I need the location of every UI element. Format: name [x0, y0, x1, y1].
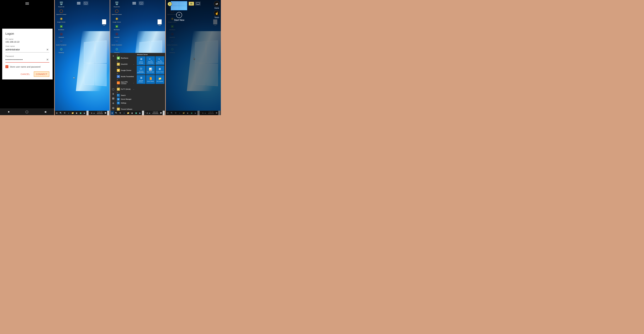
username-input[interactable]	[6, 48, 46, 52]
desktop-icon[interactable]: 🗑️Recycle Bin	[111, 0, 122, 8]
desktop-icon[interactable]: ◎DriveHUD	[111, 31, 122, 38]
notifications-icon[interactable]: 💬	[216, 112, 218, 114]
start-tile[interactable]: 🖥Server Manager	[137, 56, 146, 65]
tray-up-icon[interactable]: ˄	[145, 112, 146, 114]
app2-taskbar-icon[interactable]: ▶	[82, 111, 86, 115]
app2-taskbar-icon[interactable]: ▶	[138, 111, 142, 115]
desktop-icon[interactable]: 🗑️Recycle Bin	[56, 0, 67, 8]
desktop-icon[interactable]: ◍Gameloop	[111, 46, 122, 54]
desktop-icon[interactable]: ▣BlueStacks	[167, 24, 178, 31]
store-credentials-checkbox[interactable]: ✓	[6, 65, 8, 68]
desktop-icon[interactable]: ◎DriveHUD	[56, 31, 67, 38]
sound-icon[interactable]: 🔈	[149, 112, 151, 114]
app-list-letter[interactable]: P	[116, 85, 136, 87]
start-tile[interactable]: 🗂Windows Administrativ…	[137, 66, 146, 74]
keyboard-icon[interactable]	[196, 2, 200, 5]
app-list-letter[interactable]: B	[116, 54, 136, 56]
desktop-icon[interactable]: ◍Gameloop	[56, 46, 67, 54]
touch-button[interactable]: ☝ Touch	[214, 10, 220, 18]
remote-desktop[interactable]: 🗑️Recycle Bin◯OpenVPN Connect◉Google Chr…	[110, 0, 165, 115]
taskbar-clock[interactable]: 5:40 AM 9/22/2020	[96, 112, 104, 114]
start-button[interactable]: ⊞	[166, 111, 170, 115]
scroll-up-icon[interactable]: ▴	[107, 111, 109, 113]
app-list-item[interactable]: ▤Tencent Software	[116, 107, 136, 111]
sound-icon[interactable]: 🔈	[204, 112, 206, 114]
network-icon[interactable]: 🖧	[91, 112, 92, 114]
start-tile[interactable]: 🖥Remote Desktop…	[137, 75, 146, 84]
taskbar-clock[interactable]: 5:40 AM 9/22/2020	[152, 112, 159, 114]
search-button[interactable]: 🔍	[59, 111, 63, 115]
start-tile[interactable]: >_Windows PowerShell ISE	[156, 56, 164, 65]
rail-power-icon[interactable]: ⏻	[112, 107, 114, 109]
desktop-icon[interactable]: ▣BlueStacks	[56, 24, 67, 31]
taskbar-scroll-right[interactable]: ▴▾	[163, 111, 165, 115]
desktop-icon[interactable]: ◉Google Chrome	[111, 16, 122, 23]
rail-user-icon[interactable]: ◯	[112, 88, 114, 90]
app-list-item[interactable]: ◯OpenVPN Connect⌄	[116, 81, 136, 85]
app-list-letter[interactable]: S	[116, 91, 136, 94]
task-view-button[interactable]: ⧉	[63, 111, 67, 115]
chrome-taskbar-icon[interactable]: ◉	[74, 111, 78, 115]
taskbar-scroll-right[interactable]: ▴▾	[218, 111, 220, 115]
search-button[interactable]: 🔍	[170, 111, 174, 115]
app-list-letter[interactable]: G	[116, 66, 136, 68]
app-list-letter[interactable]: M	[116, 72, 136, 74]
cancel-button[interactable]: CANCEL	[19, 72, 32, 77]
desktop-icon[interactable]: ◍Gameloop	[167, 46, 178, 54]
app-list-item[interactable]: ✉Mozilla Thunderbird	[116, 74, 136, 78]
desktop-icon[interactable]: ◎DriveHUD	[167, 31, 178, 38]
note-file-icon[interactable]: note	[101, 20, 107, 26]
app-list-item[interactable]: ⚙Settings	[116, 101, 136, 105]
scroll-up-icon[interactable]: ▴	[86, 111, 88, 113]
clear-username-icon[interactable]: ✕	[46, 48, 49, 52]
ie-taskbar-icon[interactable]: e	[122, 111, 126, 115]
desktop-icon[interactable]: ◯OpenVPN Connect	[111, 8, 122, 16]
back-icon[interactable]: ◀	[44, 110, 46, 114]
app-list-letter[interactable]: D	[116, 60, 136, 62]
app-list-item[interactable]: ▥Server Manager	[116, 97, 136, 101]
hamburger-highlight-icon[interactable]	[189, 2, 194, 6]
sound-icon[interactable]: 🔈	[94, 112, 95, 114]
keyboard-icon[interactable]	[83, 2, 88, 5]
home-button[interactable]: ⇄ Home	[214, 1, 220, 9]
rail-documents-icon[interactable]: 🗎	[112, 92, 114, 95]
hamburger-icon[interactable]	[25, 2, 30, 5]
rail-pictures-icon[interactable]: 🖼	[112, 97, 114, 100]
network-icon[interactable]: 🖧	[202, 112, 204, 114]
tray-up-icon[interactable]: ˄	[90, 112, 90, 114]
scroll-down-icon[interactable]: ▾	[86, 113, 88, 115]
recents-icon[interactable]: ■	[8, 110, 10, 114]
start-menu-app-list[interactable]: B▣BlueStacksD▤DriveHUD⌄G◉Google ChromeM✉…	[116, 53, 136, 111]
desktop-icon[interactable]: ✉Mozilla Thunderbird	[111, 39, 122, 46]
app-taskbar-icon[interactable]: ▣	[190, 111, 194, 115]
start-tile[interactable]: 🛠Control Panel	[156, 66, 164, 74]
explorer-taskbar-icon[interactable]: 📁	[126, 111, 130, 115]
app-taskbar-icon[interactable]: ▣	[134, 111, 138, 115]
task-view-button[interactable]: ⧉	[118, 111, 122, 115]
network-icon[interactable]: 🖧	[146, 112, 148, 114]
app2-taskbar-icon[interactable]: ▶	[194, 111, 198, 115]
keyboard-icon[interactable]	[139, 2, 144, 5]
chrome-taskbar-icon[interactable]: ◉	[186, 111, 190, 115]
scroll-down-icon[interactable]: ▾	[107, 113, 109, 115]
taskbar-scroll-right[interactable]: ▴▾	[107, 111, 109, 115]
explorer-taskbar-icon[interactable]: 📁	[71, 111, 74, 115]
chrome-taskbar-icon[interactable]: ◉	[130, 111, 134, 115]
search-button[interactable]: 🔍	[114, 111, 118, 115]
taskbar-scroll[interactable]: ▴▾	[86, 111, 88, 115]
task-view-button[interactable]: ⧉	[174, 111, 178, 115]
note-file-icon[interactable]: note	[156, 20, 163, 26]
hamburger-icon[interactable]	[132, 2, 137, 5]
rail-settings-icon[interactable]: ⚙	[112, 102, 114, 104]
start-tile[interactable]: >_Windows PowerShell	[146, 56, 155, 65]
remote-desktop[interactable]: 🗑️Recycle Bin◯OpenVPN Connect◉Google Chr…	[55, 0, 110, 115]
start-tile[interactable]: 📁File Explorer	[156, 75, 164, 84]
home-icon[interactable]: ◯	[26, 110, 28, 114]
rail-menu-icon[interactable]: ≡	[112, 55, 114, 57]
desktop-icon[interactable]: ◉Google Chrome	[56, 16, 67, 23]
taskbar-clock[interactable]: 5:40 AM 9/22/2020	[207, 112, 215, 114]
start-tile[interactable]: 📊Task Manager	[146, 66, 155, 74]
desktop-icon[interactable]: ◯OpenVPN Connect	[56, 8, 67, 16]
start-tile[interactable]: 📙Event Viewer	[146, 75, 155, 84]
app-list-letter[interactable]: T	[116, 105, 136, 107]
